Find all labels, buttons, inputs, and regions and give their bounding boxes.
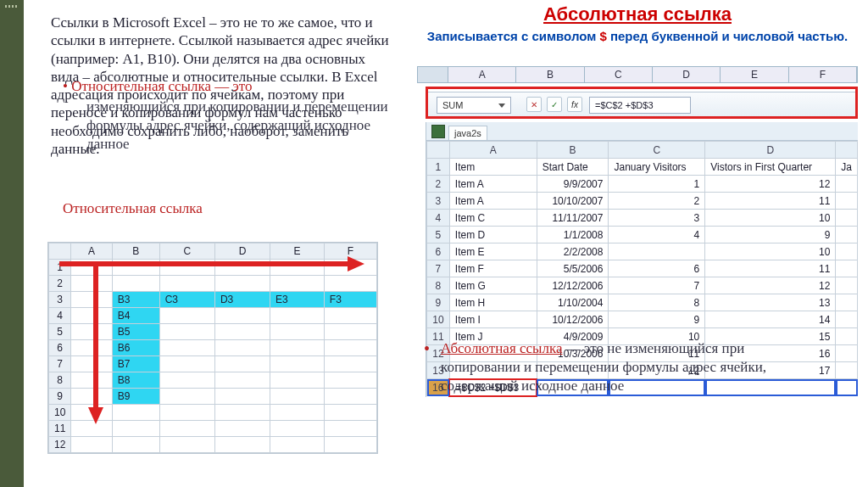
cell[interactable] xyxy=(159,389,214,405)
cell[interactable] xyxy=(836,277,858,294)
cell[interactable] xyxy=(836,379,858,396)
cell[interactable]: 12/12/2006 xyxy=(537,277,609,294)
cell[interactable] xyxy=(836,210,858,227)
row-header[interactable]: 10 xyxy=(427,311,450,328)
cell[interactable]: Item H xyxy=(449,294,537,311)
cell[interactable] xyxy=(836,345,858,362)
cell[interactable] xyxy=(270,437,325,453)
cell[interactable] xyxy=(324,308,376,324)
cell[interactable]: January Visitors xyxy=(609,159,705,176)
cell[interactable] xyxy=(159,405,214,421)
row-header[interactable]: 4 xyxy=(49,308,71,324)
row-header[interactable]: 5 xyxy=(49,324,71,340)
row-header[interactable]: 1 xyxy=(49,260,71,276)
row-header[interactable]: 1 xyxy=(427,159,450,176)
cell[interactable]: 10 xyxy=(705,244,836,260)
cell[interactable] xyxy=(159,308,214,324)
cell[interactable]: 10/12/2006 xyxy=(537,311,609,328)
col-E[interactable]: E xyxy=(270,244,325,260)
cell[interactable] xyxy=(71,324,112,340)
cell[interactable] xyxy=(324,276,376,292)
cell[interactable] xyxy=(214,340,270,356)
row-header[interactable]: 4 xyxy=(427,210,450,227)
cell[interactable] xyxy=(324,372,376,389)
cell[interactable]: 8 xyxy=(609,294,705,311)
cell[interactable] xyxy=(71,340,112,356)
cell[interactable] xyxy=(159,340,214,356)
cell[interactable] xyxy=(71,405,112,421)
cell[interactable]: 7 xyxy=(609,277,705,294)
cell[interactable] xyxy=(214,421,270,437)
cell[interactable]: 9 xyxy=(609,311,705,328)
cell[interactable] xyxy=(836,244,858,260)
row-header[interactable]: 11 xyxy=(49,421,71,437)
cell[interactable] xyxy=(71,260,112,276)
row-header[interactable]: 8 xyxy=(427,277,450,294)
cell[interactable] xyxy=(270,421,325,437)
cell[interactable] xyxy=(836,362,858,379)
cell[interactable] xyxy=(71,421,112,437)
cell[interactable]: 13 xyxy=(705,294,836,311)
cell[interactable] xyxy=(836,227,858,244)
cell[interactable]: 3 xyxy=(609,210,705,227)
cell[interactable] xyxy=(112,260,159,276)
cell[interactable]: Item xyxy=(449,159,537,176)
cell[interactable] xyxy=(159,324,214,340)
cell[interactable]: 9 xyxy=(705,227,836,244)
row-header[interactable]: 8 xyxy=(49,372,71,389)
cell[interactable] xyxy=(324,356,376,372)
cell[interactable]: Ja xyxy=(836,159,858,176)
col-D[interactable]: D xyxy=(214,244,270,260)
cell[interactable]: 6 xyxy=(609,260,705,277)
name-box[interactable]: SUM xyxy=(437,97,511,114)
cell[interactable]: 11/11/2007 xyxy=(537,210,609,227)
cell[interactable] xyxy=(159,356,214,372)
cell[interactable] xyxy=(71,356,112,372)
cell[interactable] xyxy=(270,372,325,389)
cell[interactable] xyxy=(214,356,270,372)
cell[interactable]: Item A xyxy=(449,176,537,193)
cell[interactable]: C3 xyxy=(159,292,214,308)
cell[interactable]: B5 xyxy=(112,324,159,340)
cell[interactable] xyxy=(159,421,214,437)
row-header[interactable]: 2 xyxy=(49,276,71,292)
cell[interactable]: 1/1/2008 xyxy=(537,227,609,244)
row-header[interactable]: 7 xyxy=(427,260,450,277)
cell[interactable]: Item F xyxy=(449,260,537,277)
col-A[interactable]: A xyxy=(449,142,537,159)
cell[interactable] xyxy=(324,389,376,405)
cell[interactable]: 10/10/2007 xyxy=(537,193,609,210)
cell[interactable] xyxy=(270,405,325,421)
row-header[interactable]: 6 xyxy=(427,244,450,260)
col-B[interactable]: B xyxy=(537,142,609,159)
cell[interactable]: B9 xyxy=(112,389,159,405)
cell[interactable] xyxy=(324,340,376,356)
cell[interactable] xyxy=(270,389,325,405)
cell[interactable] xyxy=(71,437,112,453)
row-header[interactable]: 3 xyxy=(49,292,71,308)
cell[interactable] xyxy=(112,276,159,292)
formula-input[interactable]: =$C$2 +$D$3 xyxy=(589,97,691,114)
cell[interactable] xyxy=(71,372,112,389)
cell[interactable]: Item E xyxy=(449,244,537,260)
cell[interactable] xyxy=(836,260,858,277)
cell[interactable]: 10 xyxy=(705,210,836,227)
corner-cell[interactable] xyxy=(427,142,450,159)
cell[interactable]: Item C xyxy=(449,210,537,227)
cell[interactable] xyxy=(159,372,214,389)
cell[interactable]: B6 xyxy=(112,340,159,356)
cell[interactable]: B7 xyxy=(112,356,159,372)
cell[interactable] xyxy=(324,260,376,276)
row-header[interactable]: 9 xyxy=(49,389,71,405)
cell[interactable] xyxy=(836,328,858,345)
cell[interactable]: B3 xyxy=(112,292,159,308)
sheet-tab[interactable]: java2s xyxy=(448,126,487,140)
cell[interactable]: 14 xyxy=(705,311,836,328)
cell[interactable]: E3 xyxy=(270,292,325,308)
row-header[interactable]: 5 xyxy=(427,227,450,244)
cell[interactable] xyxy=(324,405,376,421)
cancel-icon[interactable]: ✕ xyxy=(526,97,542,112)
col-C[interactable]: C xyxy=(609,142,705,159)
cell[interactable]: B4 xyxy=(112,308,159,324)
cell[interactable] xyxy=(324,421,376,437)
